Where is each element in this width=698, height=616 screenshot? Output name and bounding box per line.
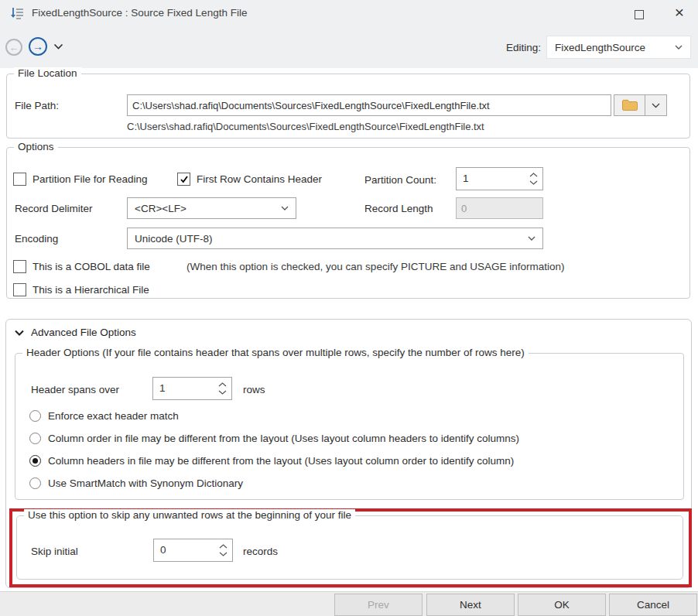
record-delimiter-select[interactable]: <CR><LF> xyxy=(127,197,296,219)
close-button[interactable]: × xyxy=(667,2,692,23)
radio-option[interactable]: Enforce exact header match xyxy=(29,410,179,422)
first-row-checkbox[interactable] xyxy=(177,173,190,186)
back-button[interactable]: ← xyxy=(5,39,22,56)
advanced-title: Advanced File Options xyxy=(31,327,136,338)
chevron-down-icon xyxy=(528,236,535,241)
source-file-icon xyxy=(10,6,26,22)
cobol-checkbox[interactable] xyxy=(13,260,26,273)
advanced-section: Advanced File Options Header Options (If… xyxy=(5,319,692,588)
dialog-window: FixedLengthSource : Source Fixed Length … xyxy=(0,0,698,616)
radio-label: Enforce exact header match xyxy=(48,410,179,422)
skip-initial-value: 0 xyxy=(154,539,214,561)
record-length-input xyxy=(456,197,543,219)
spinner-down-icon[interactable] xyxy=(218,390,227,395)
radio-icon xyxy=(29,410,41,422)
file-path-label: File Path: xyxy=(15,100,59,111)
records-suffix: records xyxy=(243,546,278,557)
partition-file-label: Partition File for Reading xyxy=(33,173,148,185)
cancel-button[interactable]: Cancel xyxy=(609,594,697,616)
nav-dropdown-chevron-icon[interactable] xyxy=(53,43,63,50)
skip-options-legend: Use this option to skip any unwanted row… xyxy=(24,509,355,521)
spinner-up-icon[interactable] xyxy=(218,382,227,387)
first-row-label: First Row Contains Header xyxy=(197,173,322,185)
forward-button[interactable]: → xyxy=(29,37,47,56)
spinner-up-icon[interactable] xyxy=(529,173,538,177)
radio-icon xyxy=(29,433,41,444)
record-length-label: Record Length xyxy=(364,203,433,214)
spinner-down-icon[interactable] xyxy=(529,180,538,185)
file-path-display: C:\Users\shad.rafiq\Documents\Sources\Fi… xyxy=(127,121,484,132)
header-spans-label: Header spans over xyxy=(31,384,119,395)
partition-count-label: Partition Count: xyxy=(364,174,436,186)
skip-options-group: Use this option to skip any unwanted row… xyxy=(16,515,683,580)
partition-count-value: 1 xyxy=(457,168,524,190)
radio-icon xyxy=(29,455,41,467)
encoding-label: Encoding xyxy=(15,233,58,245)
window-title: FixedLengthSource : Source Fixed Length … xyxy=(32,7,247,19)
radio-label: Use SmartMatch with Synonym Dictionary xyxy=(48,477,243,489)
folder-icon xyxy=(621,99,638,111)
partition-count-spinner[interactable]: 1 xyxy=(456,167,543,190)
header-options-group: Header Options (If your file contains he… xyxy=(15,353,684,500)
partition-file-checkbox[interactable] xyxy=(13,173,26,186)
options-group: Options Partition File for Reading First… xyxy=(6,147,690,299)
prev-button[interactable]: Prev xyxy=(334,594,423,616)
spinner-down-icon[interactable] xyxy=(219,552,228,556)
record-delimiter-value: <CR><LF> xyxy=(135,203,186,214)
browse-button[interactable] xyxy=(614,94,645,116)
maximize-icon xyxy=(635,10,644,19)
skip-initial-label: Skip initial xyxy=(31,546,78,557)
header-options-legend: Header Options (If your file contains he… xyxy=(22,347,529,358)
skip-highlight-box: Use this option to skip any unwanted row… xyxy=(9,508,692,587)
radio-option[interactable]: Use SmartMatch with Synonym Dictionary xyxy=(29,477,243,489)
ok-button[interactable]: OK xyxy=(518,594,606,616)
options-legend: Options xyxy=(14,141,58,152)
cobol-note: (When this option is checked, you can sp… xyxy=(186,261,564,272)
check-icon xyxy=(180,175,189,184)
header-spans-value: 1 xyxy=(153,378,213,399)
chevron-down-icon xyxy=(675,45,683,50)
maximize-button[interactable] xyxy=(628,7,650,22)
radio-label: Column headers in file may be different … xyxy=(48,455,514,467)
radio-label: Column order in file may be different fr… xyxy=(48,433,519,444)
file-path-dropdown-button[interactable] xyxy=(645,94,667,116)
encoding-value: Unicode (UTF-8) xyxy=(135,233,213,245)
radio-option[interactable]: Column headers in file may be different … xyxy=(29,455,514,467)
header-spans-spinner[interactable]: 1 xyxy=(152,377,232,400)
spinner-up-icon[interactable] xyxy=(219,544,228,549)
chevron-down-icon xyxy=(652,103,660,108)
skip-initial-spinner[interactable]: 0 xyxy=(153,539,233,562)
radio-icon xyxy=(29,477,41,489)
cobol-label: This is a COBOL data file xyxy=(33,261,150,272)
rows-suffix: rows xyxy=(243,384,265,395)
footer-bar: Prev Next OK Cancel xyxy=(0,591,698,616)
chevron-down-icon xyxy=(281,206,289,210)
editing-select[interactable]: FixedLengthSource xyxy=(546,36,691,59)
file-location-group: File Location File Path: C:\Users\shad.r… xyxy=(6,74,690,139)
record-delimiter-label: Record Delimiter xyxy=(15,203,93,214)
editing-value: FixedLengthSource xyxy=(555,42,645,53)
window-header: FixedLengthSource : Source Fixed Length … xyxy=(0,0,698,68)
titlebar: FixedLengthSource : Source Fixed Length … xyxy=(0,0,698,27)
editing-label: Editing: xyxy=(506,42,541,53)
hierarchical-checkbox[interactable] xyxy=(13,283,26,296)
file-path-input[interactable] xyxy=(127,94,611,116)
advanced-expander[interactable]: Advanced File Options xyxy=(15,327,136,338)
hierarchical-label: This is a Hierarchical File xyxy=(33,284,149,296)
collapse-chevron-icon xyxy=(15,330,24,336)
radio-option[interactable]: Column order in file may be different fr… xyxy=(29,433,519,444)
next-button[interactable]: Next xyxy=(426,594,515,616)
file-location-legend: File Location xyxy=(14,67,81,79)
encoding-select[interactable]: Unicode (UTF-8) xyxy=(127,228,543,249)
